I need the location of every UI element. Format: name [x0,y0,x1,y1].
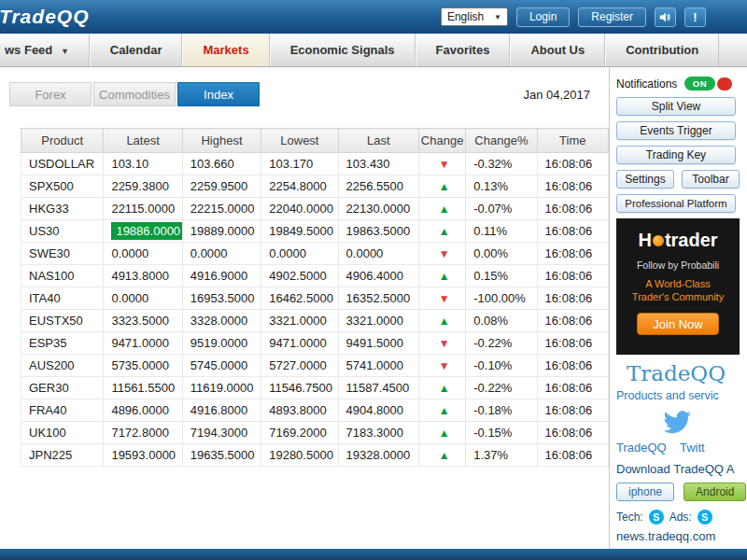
app-logo: TradeQQ [0,6,89,28]
up-arrow-icon: ▲ [439,180,450,193]
table-row[interactable]: US3019886.000019889.000019849.500019863.… [21,220,609,243]
up-arrow-icon: ▲ [439,315,450,328]
last-cell: 22130.0000 [338,198,418,220]
up-arrow-icon: ▲ [439,427,450,440]
split-view-button[interactable]: Split View [616,97,736,116]
lowest-cell: 2254.8000 [261,175,338,198]
settings-button[interactable]: Settings [616,170,674,189]
product-cell[interactable]: USDOLLAR [21,153,104,175]
table-row[interactable]: ITA400.000016953.500016462.500016352.500… [21,287,609,310]
time-cell: 16:08:06 [537,153,608,175]
product-cell[interactable]: NAS100 [21,265,104,287]
change-arrow-cell: ▼ [418,332,465,355]
skype-icon[interactable]: S [649,510,664,525]
toolbar-button[interactable]: Toolbar [682,170,740,189]
product-cell[interactable]: AUS200 [21,355,104,377]
highest-cell: 16953.5000 [182,287,261,310]
product-cell[interactable]: JPN225 [21,444,104,467]
col-header-lowest: Lowest [261,129,338,153]
brand-subtitle: Products and servic [616,389,747,402]
twitter-label[interactable]: TradeQQ Twitt [616,441,747,455]
sound-button[interactable] [655,7,676,27]
brand-title: TradeQQ [616,361,736,385]
latest-cell: 19593.0000 [104,444,182,467]
trading-key-button[interactable]: Trading Key [616,146,736,164]
table-row[interactable]: USDOLLAR103.10103.660103.170103.430▼-0.3… [21,153,609,175]
product-cell[interactable]: SPX500 [21,175,104,198]
notifications-row: Notifications ON [616,77,732,91]
table-row[interactable]: SPX5002259.38002259.95002254.80002256.55… [21,175,609,198]
tab-index[interactable]: Index [177,82,260,106]
table-row[interactable]: SWE300.00000.00000.00000.0000▼0.00%16:08… [21,243,609,265]
professional-platform-button[interactable]: Professional Platform [616,194,736,213]
table-row[interactable]: JPN22519593.000019635.500019280.50001932… [21,444,609,467]
col-header-change-pct: Change% [466,129,537,153]
latest-cell: 4896.0000 [104,399,182,422]
nav-item-news-feed[interactable]: ws Feed ▼ [0,34,90,66]
last-cell: 2256.5500 [338,175,418,198]
table-row[interactable]: UK1007172.80007194.30007169.20007183.300… [21,422,609,444]
product-cell[interactable]: SWE30 [21,243,104,265]
nav-item-contribution[interactable]: Contribution [605,34,719,66]
change-arrow-cell: ▲ [418,198,465,220]
product-cell[interactable]: FRA40 [21,399,104,422]
notifications-toggle[interactable]: ON [684,77,732,91]
site-url: news.tradeqq.com [616,529,747,543]
last-cell: 16352.5000 [338,287,418,310]
time-cell: 16:08:06 [537,377,608,399]
skype-icon[interactable]: S [698,510,712,525]
market-tabs: Forex Commodities Index Jan 04,2017 [9,82,609,106]
table-row[interactable]: HKG3322115.000022215.000022040.000022130… [21,198,609,220]
hottrader-ad-banner[interactable]: Htrader Follow by Probabili A World-Clas… [616,218,740,355]
login-button[interactable]: Login [516,7,570,27]
android-button[interactable]: Android [684,483,746,501]
nav-item-favorites[interactable]: Favorites [416,34,511,66]
join-now-button[interactable]: Join Now [637,313,719,335]
nav-item-economic-signals[interactable]: Economic Signals [270,34,416,66]
table-row[interactable]: AUS2005735.00005745.00005727.00005741.00… [21,355,609,377]
product-cell[interactable]: ESP35 [21,332,104,355]
table-row[interactable]: FRA404896.00004916.80004893.80004904.800… [21,399,609,422]
sidebar: Notifications ON Split View Events Trigg… [610,67,747,549]
lowest-cell: 19849.5000 [261,220,338,243]
down-arrow-icon: ▼ [439,337,450,350]
notifications-label: Notifications [616,77,677,91]
nav-item-about-us[interactable]: About Us [510,34,605,66]
up-arrow-icon: ▲ [439,404,450,417]
tab-commodities[interactable]: Commodities [93,82,176,106]
product-cell[interactable]: GER30 [21,377,104,399]
market-table-body: USDOLLAR103.10103.660103.170103.430▼-0.3… [21,153,609,467]
alert-button[interactable]: ! [684,7,706,27]
iphone-button[interactable]: iphone [616,483,674,501]
tab-forex[interactable]: Forex [9,82,92,106]
product-cell[interactable]: EUSTX50 [21,310,104,332]
chevron-down-icon: ▼ [61,47,69,56]
time-cell: 16:08:06 [537,355,608,377]
change-arrow-cell: ▼ [418,287,465,310]
product-cell[interactable]: US30 [21,220,104,243]
latest-cell: 7172.8000 [104,422,182,444]
table-row[interactable]: GER3011561.550011619.000011546.750011587… [21,377,609,399]
change-pct-cell: 0.13% [466,175,537,198]
nav-item-markets[interactable]: Markets [182,34,269,66]
time-cell: 16:08:06 [537,265,608,287]
highest-cell: 4916.9000 [182,265,261,287]
register-button[interactable]: Register [578,7,646,27]
twitter-link[interactable] [616,409,736,438]
latest-cell: 3323.5000 [104,310,182,332]
change-arrow-cell: ▲ [418,399,465,422]
change-pct-cell: 0.11% [466,220,537,243]
table-row[interactable]: NAS1004913.80004916.90004902.50004906.40… [21,265,609,287]
latest-cell: 19886.0000 [104,220,182,243]
table-row[interactable]: EUSTX503323.50003328.00003321.00003321.0… [21,310,609,332]
highest-cell: 19635.5000 [182,444,261,467]
lowest-cell: 19280.5000 [261,444,338,467]
product-cell[interactable]: HKG33 [21,198,104,220]
language-select[interactable]: English ▼ [441,7,508,26]
table-row[interactable]: ESP359471.00009519.00009471.00009491.500… [21,332,609,355]
product-cell[interactable]: UK100 [21,422,104,444]
product-cell[interactable]: ITA40 [21,287,104,310]
events-trigger-button[interactable]: Events Trigger [616,121,736,140]
nav-item-calendar[interactable]: Calendar [90,34,183,66]
change-pct-cell: 0.08% [466,310,537,332]
